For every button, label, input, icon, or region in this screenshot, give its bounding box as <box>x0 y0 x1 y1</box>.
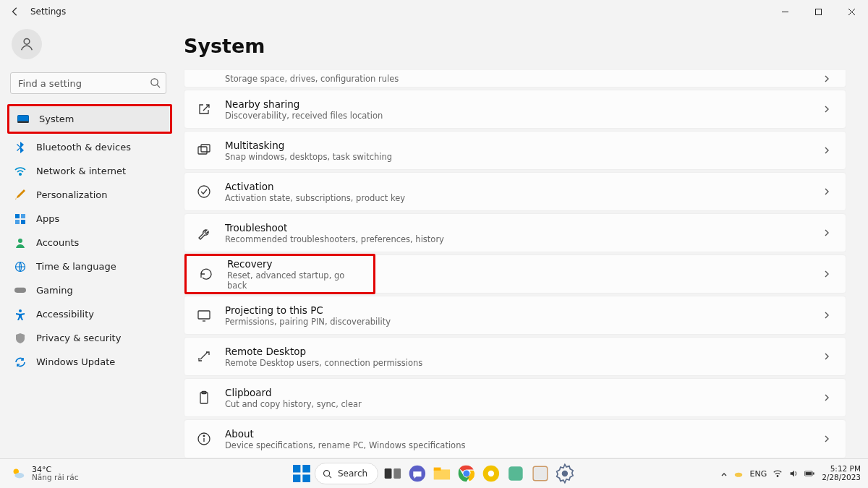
search-icon <box>150 77 161 88</box>
sidebar: System Bluetooth & devices Network & int… <box>0 23 178 458</box>
close-button[interactable] <box>835 0 868 23</box>
back-icon[interactable] <box>10 7 20 17</box>
settings-icon[interactable] <box>555 463 575 484</box>
sidebar-item-personalization[interactable]: Personalization <box>7 183 172 207</box>
update-icon <box>14 356 26 368</box>
sidebar-item-label: Bluetooth & devices <box>36 142 131 153</box>
card-remote-desktop[interactable]: Remote DesktopRemote Desktop users, conn… <box>184 337 846 376</box>
card-recovery-row[interactable]: RecoveryReset, advanced startup, go back <box>184 254 846 294</box>
info-icon <box>196 431 212 447</box>
sidebar-item-accessibility[interactable]: Accessibility <box>7 302 172 326</box>
sidebar-item-system[interactable]: System <box>10 107 169 131</box>
sidebar-item-label: System <box>39 114 74 124</box>
app-icon-2[interactable] <box>530 463 550 484</box>
sidebar-item-windows-update[interactable]: Windows Update <box>7 350 172 374</box>
search-input[interactable] <box>10 72 166 94</box>
card-recovery[interactable]: RecoveryReset, advanced startup, go back <box>187 256 373 292</box>
minimize-button[interactable] <box>768 0 801 23</box>
card-title: Nearby sharing <box>225 98 822 110</box>
sidebar-item-privacy[interactable]: Privacy & security <box>7 326 172 350</box>
card-projecting[interactable]: Projecting to this PCPermissions, pairin… <box>184 296 846 335</box>
svg-rect-28 <box>302 465 310 473</box>
weather-icon <box>10 466 26 481</box>
explorer-icon[interactable] <box>432 463 452 484</box>
svg-rect-10 <box>15 220 20 224</box>
project-icon <box>196 307 212 323</box>
chat-icon[interactable] <box>407 463 427 484</box>
chevron-right-icon <box>822 74 831 83</box>
card-sub: Discoverability, received files location <box>225 111 822 121</box>
card-storage-partial[interactable]: Storage space, drives, configuration rul… <box>184 70 846 87</box>
shield-icon <box>14 333 26 344</box>
gamepad-icon <box>14 285 26 296</box>
chevron-right-icon <box>822 270 831 278</box>
window-title: Settings <box>30 7 66 17</box>
svg-point-18 <box>198 186 210 197</box>
svg-point-26 <box>14 473 24 478</box>
svg-rect-11 <box>21 220 25 224</box>
onedrive-icon[interactable] <box>733 468 744 479</box>
taskbar-clock[interactable]: 5:12 PM 2/28/2023 <box>822 465 861 481</box>
window-header: Settings <box>0 0 868 23</box>
chevron-right-icon <box>822 435 831 443</box>
card-title: Projecting to this PC <box>225 304 822 316</box>
wifi-tray-icon[interactable] <box>773 468 783 479</box>
chevron-up-icon[interactable] <box>720 467 728 481</box>
sidebar-item-label: Personalization <box>36 189 108 200</box>
clock-date: 2/28/2023 <box>822 474 861 482</box>
card-troubleshoot[interactable]: TroubleshootRecommended troubleshooters,… <box>184 213 846 252</box>
language-indicator[interactable]: ENG <box>749 469 767 479</box>
card-sub: Remote Desktop users, connection permiss… <box>225 358 822 368</box>
sidebar-item-apps[interactable]: Apps <box>7 207 172 231</box>
svg-rect-20 <box>200 393 208 403</box>
taskbar-search[interactable]: Search <box>315 463 378 484</box>
wifi-icon <box>14 166 26 177</box>
search-icon <box>323 469 332 479</box>
card-clipboard[interactable]: ClipboardCut and copy history, sync, cle… <box>184 378 846 417</box>
app-icon-1[interactable] <box>506 463 526 484</box>
taskview-icon[interactable] <box>383 463 403 484</box>
card-nearby-sharing[interactable]: Nearby sharingDiscoverability, received … <box>184 90 846 129</box>
sidebar-item-time-language[interactable]: Time & language <box>7 254 172 278</box>
start-button[interactable] <box>293 465 310 482</box>
weather-desc: Nắng rải rác <box>32 474 78 481</box>
sidebar-item-accounts[interactable]: Accounts <box>7 231 172 254</box>
sidebar-item-label: Network & internet <box>36 166 126 176</box>
battery-tray-icon[interactable] <box>804 468 814 479</box>
svg-point-39 <box>464 471 470 477</box>
sidebar-item-bluetooth[interactable]: Bluetooth & devices <box>7 135 172 159</box>
card-multitasking[interactable]: MultitaskingSnap windows, desktops, task… <box>184 131 846 170</box>
taskbar-weather[interactable]: 34°C Nắng rải rác <box>0 466 78 482</box>
chevron-right-icon <box>822 311 831 320</box>
card-about[interactable]: AboutDevice specifications, rename PC, W… <box>184 419 846 458</box>
card-title: About <box>225 428 822 440</box>
svg-point-46 <box>777 476 778 477</box>
sidebar-item-label: Windows Update <box>36 356 115 367</box>
svg-point-41 <box>488 471 494 476</box>
chevron-right-icon <box>822 228 831 237</box>
chevron-right-icon <box>822 146 831 155</box>
svg-rect-19 <box>198 311 210 319</box>
sidebar-item-network[interactable]: Network & internet <box>7 159 172 183</box>
chrome-icon[interactable] <box>456 463 477 484</box>
svg-rect-16 <box>198 147 207 154</box>
card-sub: Storage space, drives, configuration rul… <box>225 74 822 84</box>
share-icon <box>196 101 212 117</box>
svg-rect-6 <box>18 121 29 123</box>
chevron-right-icon <box>822 187 831 196</box>
svg-rect-33 <box>385 468 392 479</box>
svg-point-12 <box>18 239 22 243</box>
sidebar-item-gaming[interactable]: Gaming <box>7 278 172 302</box>
svg-point-3 <box>151 79 158 85</box>
avatar[interactable] <box>12 29 42 59</box>
card-activation[interactable]: ActivationActivation state, subscription… <box>184 172 846 211</box>
card-title: Clipboard <box>225 387 822 398</box>
chrome-canary-icon[interactable] <box>481 463 501 484</box>
maximize-button[interactable] <box>801 0 835 23</box>
sidebar-item-label: Privacy & security <box>36 333 121 343</box>
multitask-icon <box>196 142 212 158</box>
tray[interactable]: ENG <box>720 467 814 481</box>
card-title: Multitasking <box>225 140 822 151</box>
search-box <box>10 72 166 94</box>
volume-tray-icon[interactable] <box>788 468 799 479</box>
